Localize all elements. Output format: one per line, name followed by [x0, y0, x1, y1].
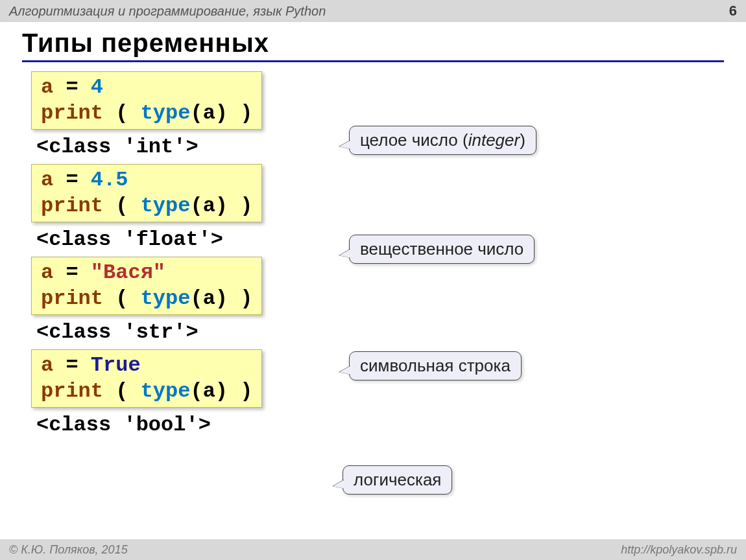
code-line-print: print ( type(a) )	[41, 379, 252, 404]
code-line-assign: a = True	[41, 353, 252, 379]
output-line: <class 'str'>	[36, 320, 746, 344]
code-line-print: print ( type(a) )	[41, 286, 252, 312]
content-area: a = 4print ( type(a) )<class 'int'>целое…	[31, 67, 746, 437]
code-box: a = Trueprint ( type(a) )	[31, 349, 262, 408]
code-line-print: print ( type(a) )	[41, 193, 252, 219]
callout: целое число (integer)	[349, 126, 536, 155]
callout-tail	[339, 140, 351, 149]
callout: логическая	[343, 465, 452, 495]
code-box: a = "Вася"print ( type(a) )	[31, 257, 262, 315]
code-line-assign: a = "Вася"	[41, 260, 252, 286]
footer-copyright: © К.Ю. Поляков, 2015	[9, 543, 128, 557]
title-rule	[22, 60, 724, 62]
callout-tail	[339, 249, 351, 258]
output-line: <class 'bool'>	[36, 413, 746, 437]
code-line-assign: a = 4.5	[41, 167, 252, 193]
code-box: a = 4.5print ( type(a) )	[31, 164, 262, 222]
code-line-assign: a = 4	[41, 75, 252, 100]
page-number: 6	[729, 3, 737, 19]
callout: символьная строка	[349, 351, 522, 380]
header-title: Алгоритмизация и программирование, язык …	[9, 4, 326, 19]
footer-bar: © К.Ю. Поляков, 2015 http://kpolyakov.sp…	[0, 539, 746, 560]
callout: вещественное число	[349, 235, 535, 264]
code-line-print: print ( type(a) )	[41, 100, 252, 126]
callout-tail	[339, 366, 351, 375]
footer-url: http://kpolyakov.spb.ru	[621, 543, 737, 557]
callout-tail	[333, 480, 344, 489]
header-bar: Алгоритмизация и программирование, язык …	[0, 0, 746, 22]
code-box: a = 4print ( type(a) )	[31, 71, 262, 130]
slide-title: Типы переменных	[22, 29, 746, 58]
